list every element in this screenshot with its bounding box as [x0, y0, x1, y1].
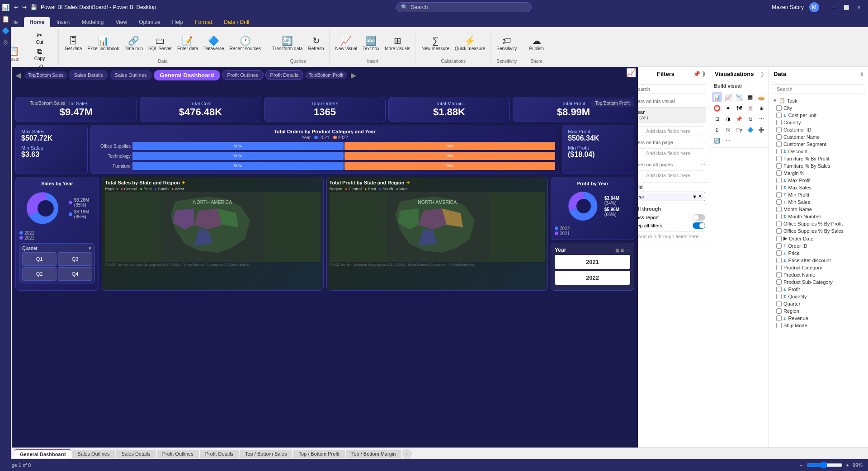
quarter-q4-btn[interactable]: Q4: [58, 267, 92, 281]
filters-search-input[interactable]: [630, 84, 706, 94]
tab-format[interactable]: Format: [189, 17, 217, 27]
field-quantity[interactable]: ΣQuantity: [769, 293, 868, 300]
zoom-in-icon[interactable]: +: [846, 462, 849, 468]
dax-icon[interactable]: ⚙: [3, 39, 9, 46]
field-max-profit[interactable]: ΣMax Profit: [769, 177, 868, 184]
field-price-after-discount[interactable]: ΣPrice after discount: [769, 257, 868, 264]
nav-profit-outlines[interactable]: Profit Outlines: [222, 70, 263, 80]
data-expand-icon[interactable]: ⟫: [860, 71, 863, 77]
get-data-button[interactable]: 🗄 Get data: [62, 35, 84, 52]
new-measure-button[interactable]: ∑ New measure: [419, 35, 452, 52]
data-hub-button[interactable]: 🔗 Data hub: [122, 35, 145, 52]
nav-top-bottom-sales-left[interactable]: Top/Bottom Sales: [24, 71, 67, 79]
viz-expand-icon[interactable]: ⟫: [761, 71, 764, 77]
keep-all-filters-toggle[interactable]: [693, 222, 705, 229]
model-view-icon[interactable]: 🔷: [2, 27, 9, 34]
nav-right-arrow[interactable]: ▶: [349, 71, 358, 80]
add-data-fields-page[interactable]: Add data fields here: [631, 148, 705, 158]
nav-sales-outlines[interactable]: Sales Outlines: [110, 70, 152, 80]
text-box-button[interactable]: 🔤 Text box: [360, 35, 382, 52]
tab-top-bottom-margin[interactable]: Top / Bottom Margin: [346, 450, 401, 458]
viz-gauge-icon[interactable]: ◑: [723, 114, 733, 124]
field-cost-per-unit[interactable]: ΣCost per unit: [769, 112, 868, 119]
viz-stacked-bar-icon[interactable]: ▦: [745, 92, 755, 102]
field-furniture-pct-sales[interactable]: Furniture % By Sales: [769, 162, 868, 170]
year-option-2022[interactable]: 2022: [555, 271, 630, 285]
viz-donut-icon[interactable]: ⭕: [712, 103, 722, 113]
nav-top-bottom-profit[interactable]: Top/Bottom Profit: [305, 71, 347, 79]
tab-modeling[interactable]: Modeling: [76, 17, 109, 27]
maximize-button[interactable]: ⬜: [841, 4, 852, 11]
close-button[interactable]: ✕: [854, 4, 864, 11]
tab-sales-details[interactable]: Sales Details: [116, 450, 156, 458]
viz-row2-3[interactable]: Py: [734, 125, 744, 135]
add-page-button[interactable]: +: [402, 449, 412, 459]
top-bottom-sales-btn[interactable]: Top/Bottom Sales: [25, 99, 70, 107]
viz-more-icon[interactable]: ⋯: [756, 114, 766, 124]
viz-row2-4[interactable]: 🔷: [745, 125, 755, 135]
minimize-button[interactable]: —: [828, 4, 839, 11]
nav-profit-details[interactable]: Profit Details: [265, 70, 303, 80]
field-max-sales[interactable]: ΣMax Sales: [769, 184, 868, 191]
quarter-q2-btn[interactable]: Q2: [22, 267, 57, 281]
viz-row3-2[interactable]: ⋯: [723, 136, 733, 146]
tab-top-bottom-profit[interactable]: Top / Bottom Profit: [293, 450, 344, 458]
tab-insert[interactable]: Insert: [51, 17, 75, 27]
filters-visual-more[interactable]: ⋯: [700, 99, 705, 104]
viz-card-icon[interactable]: 🃏: [745, 103, 755, 113]
viz-line-chart-icon[interactable]: 📈: [723, 92, 733, 102]
year-view-icon[interactable]: ⊞: [621, 248, 624, 253]
viz-row2-2[interactable]: R: [723, 125, 733, 135]
add-drill-through-fields[interactable]: Add drill-through fields here: [631, 231, 705, 241]
tab-profit-outlines[interactable]: Profit Outlines: [157, 450, 199, 458]
sql-server-button[interactable]: 🗃 SQL Server: [146, 35, 174, 52]
tab-profit-details[interactable]: Profit Details: [200, 450, 239, 458]
field-margin-pct[interactable]: Margin %: [769, 170, 868, 177]
sensitivity-button[interactable]: 🏷 Sensitivity: [494, 35, 519, 52]
data-tree-task-node[interactable]: ▼ 📋 Task: [769, 97, 868, 104]
tab-help[interactable]: Help: [167, 17, 189, 27]
new-visual-button[interactable]: 📈 New visual: [333, 35, 359, 52]
viz-map-icon[interactable]: 🗺: [734, 103, 744, 113]
viz-bar-chart-icon[interactable]: 📊: [712, 92, 722, 102]
publish-button[interactable]: ☁ Publish: [527, 35, 546, 52]
quarter-q1-btn[interactable]: Q1: [22, 252, 57, 266]
field-profit[interactable]: ΣProfit: [769, 286, 868, 293]
field-revenue[interactable]: ΣRevenue: [769, 315, 868, 322]
field-customer-segment[interactable]: Customer Segment: [769, 141, 868, 148]
recent-sources-button[interactable]: 🕐 Recent sources: [227, 35, 263, 52]
cut-button[interactable]: ✂ Cut: [24, 30, 56, 46]
field-price[interactable]: ΣPrice: [769, 250, 868, 257]
excel-workbook-button[interactable]: 📊 Excel workbook: [85, 35, 121, 52]
top-bottom-profit-btn[interactable]: Top/Bottom Profit: [590, 99, 634, 107]
year-filter-icon[interactable]: ▦: [615, 248, 619, 253]
table-view-icon[interactable]: 📋: [2, 15, 9, 23]
quarter-dropdown-icon[interactable]: ▼: [88, 246, 92, 251]
tab-data-drill[interactable]: Data / Drill: [218, 17, 255, 27]
field-order-date[interactable]: ▶Order Date: [769, 235, 868, 242]
report-view-icon[interactable]: 📊: [2, 4, 9, 11]
quarter-q3-btn[interactable]: Q3: [58, 252, 92, 266]
field-discount[interactable]: ΣDiscount: [769, 148, 868, 155]
field-quarter[interactable]: Quarter: [769, 300, 868, 307]
tab-general-dashboard[interactable]: General Dashboard: [14, 449, 71, 458]
filters-expand-icon[interactable]: ⟫: [702, 71, 705, 77]
field-city[interactable]: City: [769, 104, 868, 112]
field-month-name[interactable]: Month Name: [769, 206, 868, 213]
add-data-fields-all[interactable]: Add data fields here: [631, 170, 705, 180]
tab-top-bottom-sales[interactable]: Top / Bottom Sales: [240, 450, 292, 458]
field-dropdown-icon[interactable]: ▼: [692, 194, 697, 199]
undo-icon[interactable]: ↩: [14, 4, 19, 10]
tab-home[interactable]: Home: [24, 17, 50, 27]
field-product-category[interactable]: Product Category: [769, 264, 868, 271]
viz-row2-1[interactable]: Σ: [712, 125, 722, 135]
field-country[interactable]: Country: [769, 119, 868, 126]
redo-icon[interactable]: ↪: [22, 4, 27, 10]
save-icon[interactable]: 💾: [30, 4, 37, 10]
filters-pin-icon[interactable]: 📌: [693, 71, 700, 77]
viz-row3-1[interactable]: 🔃: [712, 136, 722, 146]
field-month-number[interactable]: ΣMonth Number: [769, 213, 868, 220]
nav-left-arrow[interactable]: ◀: [14, 71, 23, 80]
field-order-id[interactable]: ΣOrder ID: [769, 242, 868, 250]
field-clear-icon[interactable]: ✕: [698, 193, 702, 199]
